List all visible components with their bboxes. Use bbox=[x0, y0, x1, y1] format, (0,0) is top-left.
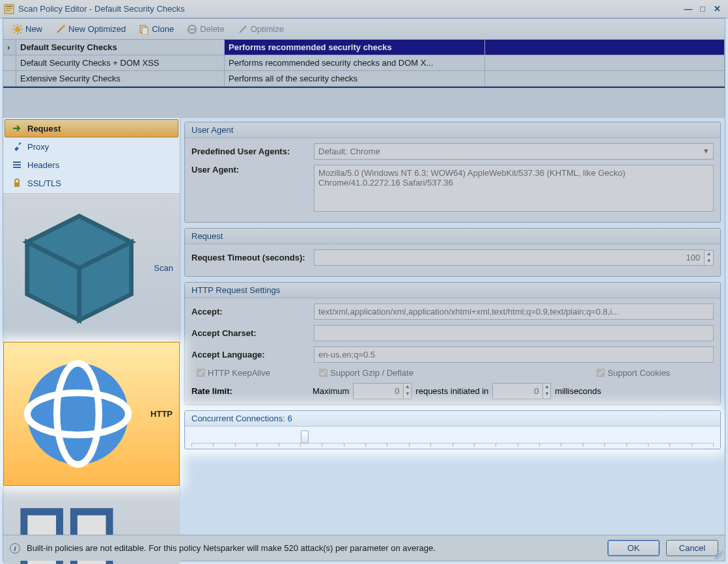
rate-ms-input[interactable] bbox=[492, 383, 543, 399]
group-title: Request bbox=[185, 229, 720, 244]
rate-ms-label: milliseconds bbox=[555, 386, 601, 396]
policy-name: Extensive Security Checks bbox=[16, 71, 225, 86]
policy-name: Default Security Checks bbox=[16, 40, 225, 55]
predefined-ua-label: Predefined User Agents: bbox=[191, 147, 309, 156]
accept-input[interactable] bbox=[314, 303, 714, 320]
cube-icon bbox=[10, 199, 148, 337]
new-label: New bbox=[25, 24, 42, 34]
slider-thumb[interactable] bbox=[301, 430, 309, 444]
clone-label: Clone bbox=[152, 24, 174, 34]
policy-extra bbox=[485, 71, 725, 86]
svg-rect-2 bbox=[6, 8, 12, 9]
table-row[interactable]: Default Security Checks + DOM XSS Perfor… bbox=[3, 55, 725, 71]
policy-grid: › Default Security Checks Performs recom… bbox=[3, 40, 725, 118]
settings-panel: User Agent Predefined User Agents: Defau… bbox=[180, 118, 725, 496]
nav-tab-scan[interactable]: Scan bbox=[3, 194, 180, 342]
group-title: HTTP Request Settings bbox=[185, 283, 720, 298]
svg-point-25 bbox=[27, 363, 128, 464]
new-optimized-label: New Optimized bbox=[68, 24, 126, 34]
wand-icon bbox=[55, 24, 66, 35]
globe-icon bbox=[10, 346, 145, 481]
sun-icon bbox=[12, 24, 23, 35]
svg-rect-16 bbox=[142, 27, 148, 35]
gzip-checkbox[interactable]: Support Gzip / Deflate bbox=[319, 368, 591, 378]
svg-line-9 bbox=[14, 25, 15, 27]
close-button[interactable]: ✕ bbox=[710, 4, 724, 14]
cookies-checkbox[interactable]: Support Cookies bbox=[596, 368, 714, 378]
predefined-ua-select[interactable]: Default: Chrome bbox=[314, 143, 714, 160]
svg-line-11 bbox=[20, 25, 21, 27]
timeout-spinner[interactable]: ▲▼ bbox=[705, 250, 714, 266]
new-button[interactable]: New bbox=[7, 23, 48, 36]
svg-rect-23 bbox=[13, 167, 21, 168]
charset-label: Accept Charset: bbox=[191, 328, 309, 338]
main-frame: New New Optimized Clone Delete Optimize … bbox=[3, 18, 725, 561]
svg-rect-3 bbox=[6, 10, 10, 11]
rate-mid-label: requests initiated in bbox=[415, 386, 488, 396]
sidebar: Request Proxy Headers SSL/TLS bbox=[3, 118, 180, 496]
resize-grip[interactable] bbox=[714, 550, 723, 559]
rate-ms-spinner[interactable]: ▲▼ bbox=[543, 383, 551, 399]
group-title: User Agent bbox=[185, 122, 720, 138]
policy-extra bbox=[485, 55, 725, 70]
timeout-input[interactable] bbox=[314, 249, 705, 266]
lang-input[interactable] bbox=[314, 346, 714, 363]
policy-desc: Performs recommended security checks bbox=[225, 40, 485, 55]
window-title: Scan Policy Editor - Default Security Ch… bbox=[18, 4, 185, 14]
keepalive-label: HTTP KeepAlive bbox=[208, 368, 270, 378]
svg-rect-24 bbox=[14, 182, 20, 187]
svg-point-4 bbox=[15, 27, 20, 32]
svg-line-10 bbox=[20, 32, 21, 33]
sidebar-item-label: SSL/TLS bbox=[27, 178, 61, 188]
table-row[interactable]: › Default Security Checks Performs recom… bbox=[3, 40, 725, 55]
svg-rect-22 bbox=[13, 164, 21, 165]
charset-input[interactable] bbox=[314, 325, 714, 341]
sidebar-item-request[interactable]: Request bbox=[5, 119, 178, 137]
group-http-settings: HTTP Request Settings Accept: Accept Cha… bbox=[184, 282, 721, 405]
arrow-right-icon bbox=[12, 123, 22, 134]
ua-textarea[interactable]: Mozilla/5.0 (Windows NT 6.3; WOW64) Appl… bbox=[314, 165, 714, 212]
maximize-button[interactable]: □ bbox=[695, 4, 710, 14]
svg-rect-1 bbox=[6, 6, 12, 7]
table-row[interactable]: Extensive Security Checks Performs all o… bbox=[3, 71, 725, 87]
minimize-button[interactable]: — bbox=[681, 4, 695, 14]
sidebar-item-proxy[interactable]: Proxy bbox=[5, 137, 178, 156]
policy-desc: Performs recommended security checks and… bbox=[225, 55, 485, 70]
nav-tab-http[interactable]: HTTP bbox=[3, 342, 180, 486]
lang-label: Accept Language: bbox=[191, 350, 309, 360]
nav-tab-label: HTTP bbox=[150, 409, 173, 419]
svg-line-12 bbox=[14, 32, 15, 33]
concurrent-slider[interactable] bbox=[191, 432, 714, 444]
sidebar-item-label: Proxy bbox=[27, 142, 49, 152]
svg-point-14 bbox=[63, 25, 65, 27]
concurrent-title-prefix: Concurrent Connections: bbox=[191, 414, 287, 423]
ok-button[interactable]: OK bbox=[608, 540, 660, 556]
info-icon: i bbox=[10, 543, 20, 554]
titlebar: Scan Policy Editor - Default Security Ch… bbox=[0, 0, 728, 18]
new-optimized-button[interactable]: New Optimized bbox=[50, 23, 131, 36]
rate-max-spinner[interactable]: ▲▼ bbox=[404, 383, 412, 399]
svg-line-20 bbox=[19, 143, 21, 145]
nav-tab-label: Scan bbox=[154, 263, 173, 273]
sidebar-item-label: Request bbox=[27, 124, 61, 134]
headers-icon bbox=[12, 160, 22, 170]
sidebar-item-label: Headers bbox=[27, 160, 59, 170]
delete-icon bbox=[187, 24, 197, 35]
sidebar-item-ssl[interactable]: SSL/TLS bbox=[5, 174, 178, 192]
rate-max-input[interactable] bbox=[353, 383, 404, 399]
optimize-label: Optimize bbox=[251, 24, 284, 34]
policy-extra bbox=[485, 40, 725, 55]
plug-icon bbox=[12, 141, 22, 152]
gzip-label: Support Gzip / Deflate bbox=[330, 368, 413, 378]
footer: i Built-in policies are not editable. Fo… bbox=[3, 535, 725, 561]
clone-button[interactable]: Clone bbox=[133, 23, 179, 36]
delete-button: Delete bbox=[182, 23, 230, 36]
optimize-button: Optimize bbox=[232, 23, 289, 36]
delete-label: Delete bbox=[200, 24, 225, 34]
group-request: Request Request Timeout (seconds): ▲▼ bbox=[184, 228, 721, 277]
toolbar: New New Optimized Clone Delete Optimize bbox=[3, 19, 725, 40]
keepalive-checkbox[interactable]: HTTP KeepAlive bbox=[197, 368, 314, 378]
cancel-button[interactable]: Cancel bbox=[666, 540, 718, 556]
sidebar-item-headers[interactable]: Headers bbox=[5, 156, 178, 174]
wand2-icon bbox=[238, 24, 248, 35]
